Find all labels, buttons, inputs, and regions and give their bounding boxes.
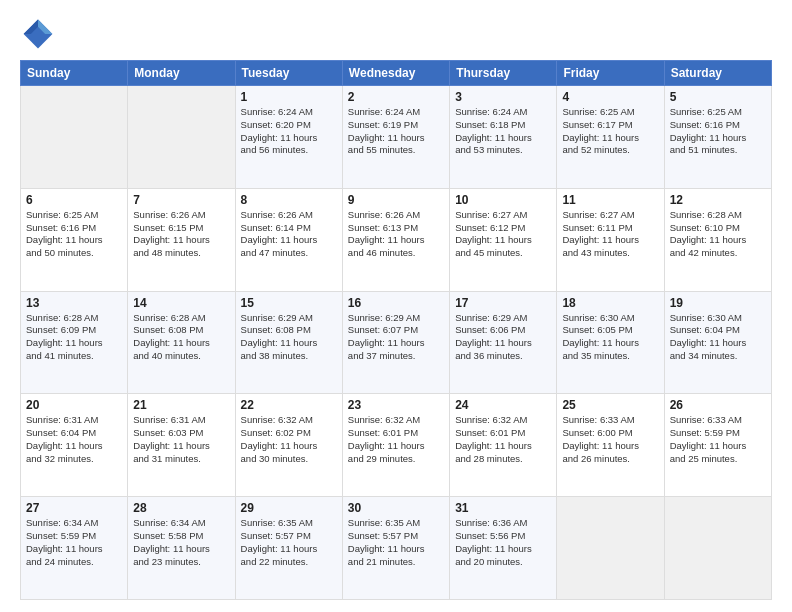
day-info: Sunrise: 6:28 AM Sunset: 6:08 PM Dayligh… xyxy=(133,312,229,363)
day-info: Sunrise: 6:29 AM Sunset: 6:06 PM Dayligh… xyxy=(455,312,551,363)
day-cell: 30Sunrise: 6:35 AM Sunset: 5:57 PM Dayli… xyxy=(342,497,449,600)
day-cell: 27Sunrise: 6:34 AM Sunset: 5:59 PM Dayli… xyxy=(21,497,128,600)
day-cell: 11Sunrise: 6:27 AM Sunset: 6:11 PM Dayli… xyxy=(557,188,664,291)
day-number: 22 xyxy=(241,398,337,412)
day-info: Sunrise: 6:25 AM Sunset: 6:16 PM Dayligh… xyxy=(26,209,122,260)
day-number: 26 xyxy=(670,398,766,412)
day-cell: 24Sunrise: 6:32 AM Sunset: 6:01 PM Dayli… xyxy=(450,394,557,497)
day-cell: 10Sunrise: 6:27 AM Sunset: 6:12 PM Dayli… xyxy=(450,188,557,291)
day-number: 4 xyxy=(562,90,658,104)
col-header-friday: Friday xyxy=(557,61,664,86)
day-info: Sunrise: 6:31 AM Sunset: 6:04 PM Dayligh… xyxy=(26,414,122,465)
day-number: 14 xyxy=(133,296,229,310)
day-info: Sunrise: 6:35 AM Sunset: 5:57 PM Dayligh… xyxy=(241,517,337,568)
day-number: 16 xyxy=(348,296,444,310)
day-info: Sunrise: 6:24 AM Sunset: 6:20 PM Dayligh… xyxy=(241,106,337,157)
day-info: Sunrise: 6:27 AM Sunset: 6:12 PM Dayligh… xyxy=(455,209,551,260)
day-number: 18 xyxy=(562,296,658,310)
day-info: Sunrise: 6:36 AM Sunset: 5:56 PM Dayligh… xyxy=(455,517,551,568)
day-info: Sunrise: 6:29 AM Sunset: 6:07 PM Dayligh… xyxy=(348,312,444,363)
day-info: Sunrise: 6:28 AM Sunset: 6:09 PM Dayligh… xyxy=(26,312,122,363)
day-cell: 14Sunrise: 6:28 AM Sunset: 6:08 PM Dayli… xyxy=(128,291,235,394)
day-cell xyxy=(557,497,664,600)
day-info: Sunrise: 6:30 AM Sunset: 6:04 PM Dayligh… xyxy=(670,312,766,363)
day-info: Sunrise: 6:27 AM Sunset: 6:11 PM Dayligh… xyxy=(562,209,658,260)
day-number: 9 xyxy=(348,193,444,207)
day-info: Sunrise: 6:33 AM Sunset: 5:59 PM Dayligh… xyxy=(670,414,766,465)
day-cell: 1Sunrise: 6:24 AM Sunset: 6:20 PM Daylig… xyxy=(235,86,342,189)
col-header-tuesday: Tuesday xyxy=(235,61,342,86)
week-row-2: 13Sunrise: 6:28 AM Sunset: 6:09 PM Dayli… xyxy=(21,291,772,394)
day-cell: 28Sunrise: 6:34 AM Sunset: 5:58 PM Dayli… xyxy=(128,497,235,600)
col-header-wednesday: Wednesday xyxy=(342,61,449,86)
day-cell: 29Sunrise: 6:35 AM Sunset: 5:57 PM Dayli… xyxy=(235,497,342,600)
day-number: 30 xyxy=(348,501,444,515)
day-cell xyxy=(21,86,128,189)
day-cell: 18Sunrise: 6:30 AM Sunset: 6:05 PM Dayli… xyxy=(557,291,664,394)
day-number: 12 xyxy=(670,193,766,207)
day-number: 19 xyxy=(670,296,766,310)
col-header-monday: Monday xyxy=(128,61,235,86)
day-info: Sunrise: 6:26 AM Sunset: 6:14 PM Dayligh… xyxy=(241,209,337,260)
day-number: 31 xyxy=(455,501,551,515)
day-number: 6 xyxy=(26,193,122,207)
logo-icon xyxy=(20,16,56,52)
day-info: Sunrise: 6:30 AM Sunset: 6:05 PM Dayligh… xyxy=(562,312,658,363)
day-cell: 5Sunrise: 6:25 AM Sunset: 6:16 PM Daylig… xyxy=(664,86,771,189)
day-number: 17 xyxy=(455,296,551,310)
day-cell: 12Sunrise: 6:28 AM Sunset: 6:10 PM Dayli… xyxy=(664,188,771,291)
day-number: 21 xyxy=(133,398,229,412)
day-info: Sunrise: 6:34 AM Sunset: 5:58 PM Dayligh… xyxy=(133,517,229,568)
day-number: 3 xyxy=(455,90,551,104)
day-number: 1 xyxy=(241,90,337,104)
day-cell: 17Sunrise: 6:29 AM Sunset: 6:06 PM Dayli… xyxy=(450,291,557,394)
calendar-header-row: SundayMondayTuesdayWednesdayThursdayFrid… xyxy=(21,61,772,86)
day-info: Sunrise: 6:25 AM Sunset: 6:16 PM Dayligh… xyxy=(670,106,766,157)
logo xyxy=(20,16,60,52)
day-number: 7 xyxy=(133,193,229,207)
day-info: Sunrise: 6:29 AM Sunset: 6:08 PM Dayligh… xyxy=(241,312,337,363)
day-number: 28 xyxy=(133,501,229,515)
day-cell: 3Sunrise: 6:24 AM Sunset: 6:18 PM Daylig… xyxy=(450,86,557,189)
day-cell: 23Sunrise: 6:32 AM Sunset: 6:01 PM Dayli… xyxy=(342,394,449,497)
day-number: 2 xyxy=(348,90,444,104)
day-number: 23 xyxy=(348,398,444,412)
day-info: Sunrise: 6:32 AM Sunset: 6:01 PM Dayligh… xyxy=(455,414,551,465)
day-number: 29 xyxy=(241,501,337,515)
day-cell: 16Sunrise: 6:29 AM Sunset: 6:07 PM Dayli… xyxy=(342,291,449,394)
day-number: 15 xyxy=(241,296,337,310)
day-cell: 26Sunrise: 6:33 AM Sunset: 5:59 PM Dayli… xyxy=(664,394,771,497)
day-number: 13 xyxy=(26,296,122,310)
day-cell: 9Sunrise: 6:26 AM Sunset: 6:13 PM Daylig… xyxy=(342,188,449,291)
week-row-1: 6Sunrise: 6:25 AM Sunset: 6:16 PM Daylig… xyxy=(21,188,772,291)
day-cell: 25Sunrise: 6:33 AM Sunset: 6:00 PM Dayli… xyxy=(557,394,664,497)
day-info: Sunrise: 6:26 AM Sunset: 6:13 PM Dayligh… xyxy=(348,209,444,260)
day-cell: 20Sunrise: 6:31 AM Sunset: 6:04 PM Dayli… xyxy=(21,394,128,497)
day-number: 20 xyxy=(26,398,122,412)
day-number: 5 xyxy=(670,90,766,104)
page: SundayMondayTuesdayWednesdayThursdayFrid… xyxy=(0,0,792,612)
day-number: 25 xyxy=(562,398,658,412)
day-cell: 19Sunrise: 6:30 AM Sunset: 6:04 PM Dayli… xyxy=(664,291,771,394)
day-info: Sunrise: 6:26 AM Sunset: 6:15 PM Dayligh… xyxy=(133,209,229,260)
header xyxy=(20,16,772,52)
col-header-sunday: Sunday xyxy=(21,61,128,86)
day-cell: 6Sunrise: 6:25 AM Sunset: 6:16 PM Daylig… xyxy=(21,188,128,291)
day-number: 8 xyxy=(241,193,337,207)
week-row-0: 1Sunrise: 6:24 AM Sunset: 6:20 PM Daylig… xyxy=(21,86,772,189)
day-info: Sunrise: 6:32 AM Sunset: 6:01 PM Dayligh… xyxy=(348,414,444,465)
day-number: 10 xyxy=(455,193,551,207)
day-number: 24 xyxy=(455,398,551,412)
day-info: Sunrise: 6:33 AM Sunset: 6:00 PM Dayligh… xyxy=(562,414,658,465)
day-info: Sunrise: 6:34 AM Sunset: 5:59 PM Dayligh… xyxy=(26,517,122,568)
week-row-4: 27Sunrise: 6:34 AM Sunset: 5:59 PM Dayli… xyxy=(21,497,772,600)
day-cell: 21Sunrise: 6:31 AM Sunset: 6:03 PM Dayli… xyxy=(128,394,235,497)
day-info: Sunrise: 6:25 AM Sunset: 6:17 PM Dayligh… xyxy=(562,106,658,157)
day-cell xyxy=(128,86,235,189)
day-number: 11 xyxy=(562,193,658,207)
day-info: Sunrise: 6:31 AM Sunset: 6:03 PM Dayligh… xyxy=(133,414,229,465)
day-cell: 7Sunrise: 6:26 AM Sunset: 6:15 PM Daylig… xyxy=(128,188,235,291)
day-cell: 4Sunrise: 6:25 AM Sunset: 6:17 PM Daylig… xyxy=(557,86,664,189)
col-header-saturday: Saturday xyxy=(664,61,771,86)
day-number: 27 xyxy=(26,501,122,515)
